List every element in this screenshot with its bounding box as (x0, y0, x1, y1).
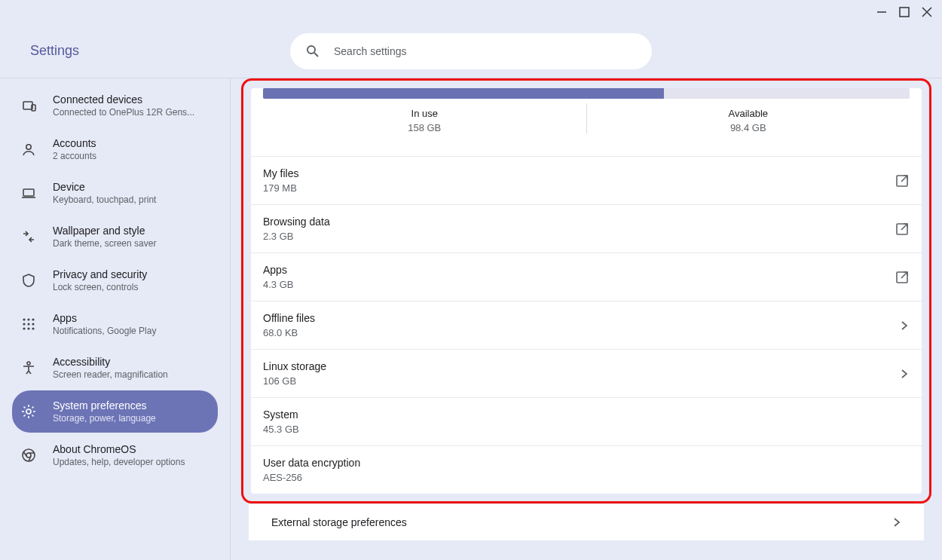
storage-bar (263, 88, 910, 99)
sidebar-item-sub: Storage, power, language (53, 413, 209, 424)
window-close-button[interactable] (918, 3, 936, 21)
search-input[interactable] (334, 45, 637, 57)
sidebar-item-label: Connected devices (53, 93, 209, 106)
shield-icon (21, 273, 36, 288)
storage-row[interactable]: Apps4.3 GB (251, 252, 922, 301)
sidebar-item-connected-devices[interactable]: Connected devices Connected to OnePlus 1… (12, 84, 218, 127)
chevron-right-icon (895, 318, 910, 333)
sidebar-item-label: Accounts (53, 137, 209, 149)
row-title: Apps (263, 264, 895, 276)
accessibility-icon (21, 360, 36, 375)
sidebar-item-sub: Updates, help, developer options (53, 457, 209, 467)
sidebar-item-label: Device (53, 181, 209, 193)
storage-row[interactable]: Offline files68.0 KB (251, 301, 922, 349)
sidebar-item-accounts[interactable]: Accounts 2 accounts (12, 128, 218, 170)
legend-label: In use (263, 108, 586, 119)
row-sub: 68.0 KB (263, 327, 895, 338)
sidebar-item-label: Accessibility (53, 356, 209, 368)
content-area: In use 158 GB Available 98.4 GB My files… (231, 78, 942, 560)
row-title: User data encryption (263, 457, 910, 469)
row-title: My files (263, 167, 895, 179)
window-maximize-button[interactable] (895, 3, 913, 21)
row-sub: 4.3 GB (263, 279, 895, 290)
row-title: Browsing data (263, 216, 895, 228)
sidebar-item-apps[interactable]: Apps Notifications, Google Play (12, 303, 218, 345)
sidebar-item-sub: Lock screen, controls (53, 282, 209, 292)
chevron-right-icon (889, 515, 901, 530)
sidebar-item-accessibility[interactable]: Accessibility Screen reader, magnificati… (12, 347, 218, 389)
legend-value: 98.4 GB (587, 122, 910, 133)
chrome-icon (21, 448, 36, 463)
row-sub: 45.3 GB (263, 424, 910, 435)
sidebar-item-label: Privacy and security (53, 268, 209, 280)
account-icon (21, 142, 36, 157)
storage-row: User data encryptionAES-256 (251, 445, 922, 494)
row-external-storage[interactable]: External storage preferences (249, 503, 924, 540)
sidebar-item-sub: Screen reader, magnification (53, 369, 209, 380)
sidebar-item-sub: 2 accounts (53, 151, 209, 161)
sidebar-item-label: System preferences (53, 399, 209, 412)
open-external-icon (895, 173, 910, 188)
row-sub: 179 MB (263, 182, 895, 194)
sidebar-item-sub: Keyboard, touchpad, print (53, 194, 209, 205)
search-icon (305, 44, 320, 59)
legend-available: Available 98.4 GB (586, 103, 910, 133)
window-titlebar (0, 0, 942, 24)
legend-label: Available (587, 108, 910, 119)
app-title: Settings (30, 43, 79, 59)
open-external-icon (895, 270, 910, 285)
row-title: Linux storage (263, 360, 895, 372)
sidebar-item-privacy[interactable]: Privacy and security Lock screen, contro… (12, 259, 218, 301)
app-header: Settings (0, 24, 942, 78)
sidebar-item-about[interactable]: About ChromeOS Updates, help, developer … (12, 434, 218, 476)
sidebar-item-label: Apps (53, 312, 209, 324)
row-sub: AES-256 (263, 472, 910, 483)
gear-icon (21, 404, 36, 419)
window-minimize-button[interactable] (873, 3, 891, 21)
highlight-annotation: In use 158 GB Available 98.4 GB My files… (241, 78, 931, 503)
open-external-icon (895, 222, 910, 237)
wallpaper-icon (21, 229, 36, 244)
sidebar-item-wallpaper[interactable]: Wallpaper and style Dark theme, screen s… (12, 216, 218, 258)
storage-bar-fill (263, 88, 664, 99)
sidebar-item-sub: Connected to OnePlus 12R Gens... (53, 107, 209, 118)
sidebar: Connected devices Connected to OnePlus 1… (0, 78, 231, 560)
row-title: Offline files (263, 312, 895, 324)
chevron-right-icon (895, 366, 910, 381)
row-sub: 106 GB (263, 375, 895, 387)
laptop-icon (21, 185, 36, 200)
storage-row[interactable]: Browsing data2.3 GB (251, 204, 922, 252)
legend-value: 158 GB (263, 122, 586, 133)
row-title: System (263, 409, 910, 421)
storage-row[interactable]: Linux storage106 GB (251, 349, 922, 397)
storage-legend: In use 158 GB Available 98.4 GB (263, 103, 910, 133)
storage-row[interactable]: My files179 MB (251, 156, 922, 204)
legend-in-use: In use 158 GB (263, 103, 586, 133)
sidebar-item-label: About ChromeOS (53, 443, 209, 455)
row-sub: 2.3 GB (263, 231, 895, 242)
sidebar-item-label: Wallpaper and style (53, 225, 209, 237)
row-title: External storage preferences (271, 516, 889, 528)
sidebar-item-device[interactable]: Device Keyboard, touchpad, print (12, 172, 218, 214)
search-bar[interactable] (290, 33, 652, 69)
devices-icon (21, 98, 36, 113)
sidebar-item-sub: Notifications, Google Play (53, 326, 209, 336)
storage-rows: My files179 MBBrowsing data2.3 GBApps4.3… (251, 156, 922, 494)
apps-icon (21, 317, 36, 332)
sidebar-item-system-preferences[interactable]: System preferences Storage, power, langu… (12, 390, 218, 433)
sidebar-item-sub: Dark theme, screen saver (53, 238, 209, 249)
storage-row: System45.3 GB (251, 397, 922, 445)
storage-card: In use 158 GB Available 98.4 GB My files… (251, 88, 922, 494)
storage-summary: In use 158 GB Available 98.4 GB (251, 88, 922, 156)
